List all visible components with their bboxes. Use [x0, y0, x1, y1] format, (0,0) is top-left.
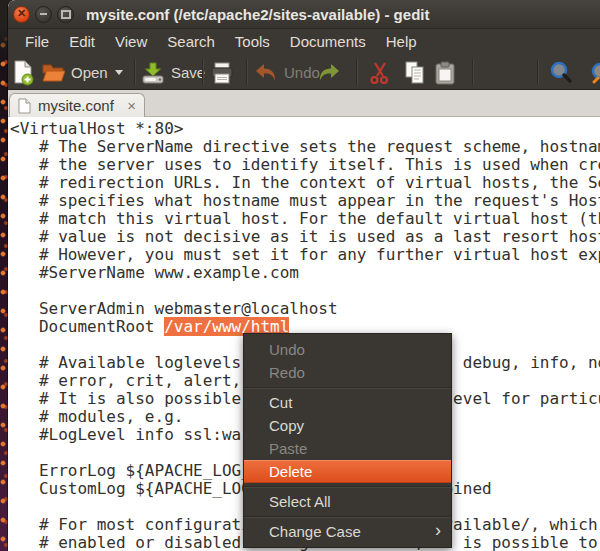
toolbar-separator: [472, 59, 473, 85]
print-icon: [210, 62, 234, 84]
context-menu-item-change-case[interactable]: Change Case›: [244, 520, 451, 543]
new-document-icon: [12, 60, 34, 86]
find-button[interactable]: [548, 59, 574, 86]
new-document-button[interactable]: [12, 59, 34, 86]
menu-separator: [244, 516, 451, 518]
tab-close-icon[interactable]: ×: [127, 98, 136, 113]
undo-button-label: Undo: [284, 64, 320, 81]
context-menu-item-paste: Paste: [244, 437, 451, 460]
editor-line: # specifies what hostname must appear in…: [10, 192, 600, 210]
close-icon: ✕: [17, 8, 26, 19]
save-icon: [141, 61, 165, 85]
window-title: mysite.conf (/etc/apache2/sites-availabl…: [86, 6, 429, 23]
save-button-label: Save: [171, 64, 205, 81]
tab-title: mysite.conf: [38, 97, 114, 114]
editor-line: #ServerName www.example.com: [10, 264, 600, 282]
print-button[interactable]: [210, 59, 234, 86]
editor-line: <VirtualHost *:80>: [10, 120, 600, 138]
toolbar-separator: [537, 59, 538, 85]
screen: { "window": { "title": "mysite.conf (/et…: [0, 0, 600, 551]
editor-line: # redirection URLs. In the context of vi…: [10, 174, 600, 192]
save-button[interactable]: Save: [141, 59, 205, 86]
editor-line: # However, you must set it for any furth…: [10, 246, 600, 264]
editor-line: # The ServerName directive sets the requ…: [10, 138, 600, 156]
editor-line: # the server uses to identify itself. Th…: [10, 156, 600, 174]
open-dropdown-button[interactable]: [115, 59, 123, 86]
context-menu: UndoRedoCutCopyPasteDeleteSelect AllChan…: [243, 333, 452, 548]
context-menu-item-cut[interactable]: Cut: [244, 391, 451, 414]
replace-button[interactable]: [587, 59, 600, 86]
replace-icon: [587, 60, 600, 86]
redo-icon: [317, 63, 341, 83]
find-icon: [548, 60, 574, 86]
open-button-label: Open: [71, 64, 108, 81]
toolbar-separator: [134, 59, 135, 85]
paste-icon: [434, 61, 456, 85]
maximize-icon: [61, 10, 71, 19]
editor-line: [10, 282, 600, 300]
editor-line: # value is not decisive as it is used as…: [10, 228, 600, 246]
close-button[interactable]: ✕: [13, 6, 30, 23]
redo-button: [317, 59, 341, 86]
undo-icon: [254, 63, 278, 83]
undo-button: Undo: [254, 59, 320, 86]
open-button[interactable]: Open: [41, 59, 108, 86]
minimize-button[interactable]: [35, 6, 52, 23]
toolbar-separator: [202, 59, 203, 85]
paste-button[interactable]: [434, 59, 456, 86]
cut-icon: [369, 61, 391, 85]
toolbar-separator: [246, 59, 247, 85]
menu-tools[interactable]: Tools: [225, 29, 280, 55]
cut-button[interactable]: [369, 59, 391, 86]
menu-file[interactable]: File: [15, 29, 59, 55]
editor-line: ServerAdmin webmaster@localhost: [10, 300, 600, 318]
context-menu-item-redo: Redo: [244, 361, 451, 384]
copy-button[interactable]: [403, 59, 427, 86]
context-menu-item-delete[interactable]: Delete: [244, 460, 451, 483]
document-icon: [18, 98, 31, 114]
submenu-arrow-icon: ›: [435, 519, 441, 542]
editor-line: # match this virtual host. For the defau…: [10, 210, 600, 228]
titlebar[interactable]: ✕ mysite.conf (/etc/apache2/sites-availa…: [8, 0, 600, 29]
menu-separator: [244, 486, 451, 488]
menu-search[interactable]: Search: [157, 29, 225, 55]
toolbar: Open Save: [8, 55, 600, 90]
maximize-button[interactable]: [57, 6, 74, 23]
menu-separator: [244, 387, 451, 389]
menu-documents[interactable]: Documents: [280, 29, 376, 55]
menubar: FileEditViewSearchToolsDocumentsHelp: [8, 29, 600, 55]
context-menu-item-copy[interactable]: Copy: [244, 414, 451, 437]
open-dropdown-arrow-icon: [115, 70, 123, 75]
toolbar-separator: [356, 59, 357, 85]
minimize-icon: [40, 13, 47, 15]
copy-icon: [403, 61, 427, 85]
tab-mysite-conf[interactable]: mysite.conf ×: [9, 93, 145, 117]
menu-view[interactable]: View: [105, 29, 157, 55]
tab-bar: mysite.conf ×: [8, 90, 600, 117]
menu-edit[interactable]: Edit: [59, 29, 105, 55]
context-menu-item-select-all[interactable]: Select All: [244, 490, 451, 513]
menu-help[interactable]: Help: [376, 29, 427, 55]
context-menu-item-undo: Undo: [244, 338, 451, 361]
open-folder-icon: [41, 62, 65, 83]
